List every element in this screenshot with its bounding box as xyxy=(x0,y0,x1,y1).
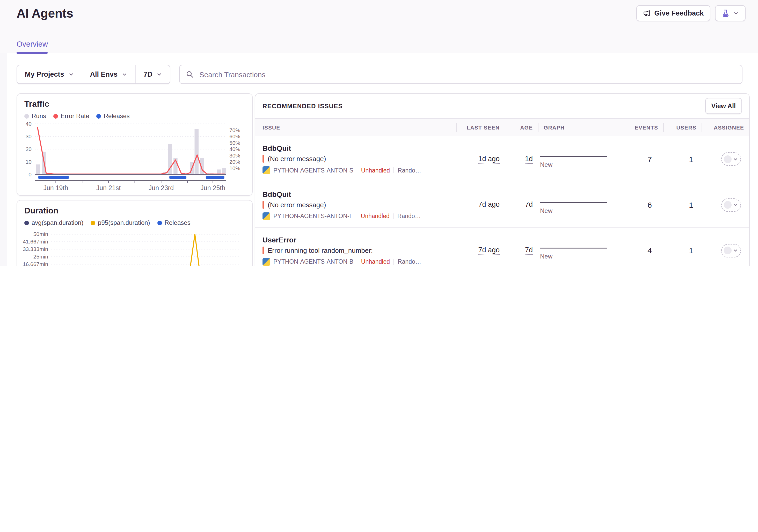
release-bar[interactable] xyxy=(169,176,187,179)
legend-item[interactable]: Releases xyxy=(157,219,190,226)
issue-last-seen: 7d ago xyxy=(456,246,505,255)
x-axis-label: Jun 21st xyxy=(96,184,121,192)
python-project-icon xyxy=(262,212,270,220)
issue-sparkline-new xyxy=(540,241,607,252)
issue-last-seen: 7d ago xyxy=(456,200,505,209)
issue-last-seen: 1d ago xyxy=(456,155,505,163)
y-axis-right-label: 20% xyxy=(229,159,240,165)
issue-row[interactable]: BdbQuit (No error message) PYTHON-AGENTS… xyxy=(255,182,749,228)
issues-rows: BdbQuit (No error message) PYTHON-AGENTS… xyxy=(255,136,749,266)
search-icon xyxy=(186,70,194,78)
traffic-panel: Traffic Runs Error Rate Releases 0102030… xyxy=(17,93,253,196)
col-events: EVENTS xyxy=(620,123,663,132)
releases-swatch xyxy=(96,114,101,118)
lab-menu-button[interactable] xyxy=(715,5,745,21)
issue-title[interactable]: UserError xyxy=(262,235,449,244)
filter-bar: My Projects All Envs 7D xyxy=(17,65,171,84)
traffic-legend: Runs Error Rate Releases xyxy=(17,109,252,120)
chevron-down-icon xyxy=(122,71,127,77)
issue-summary[interactable]: BdbQuit (No error message) PYTHON-AGENTS… xyxy=(255,144,456,174)
issue-graph: New xyxy=(538,150,620,168)
date-range-dropdown[interactable]: 7D xyxy=(135,65,170,84)
python-project-icon xyxy=(262,258,270,266)
give-feedback-label: Give Feedback xyxy=(654,9,704,17)
search-input[interactable] xyxy=(198,70,736,79)
assignee-selector[interactable] xyxy=(721,198,741,212)
python-project-icon xyxy=(262,166,270,174)
chevron-down-icon xyxy=(733,248,738,253)
issue-graph-label: New xyxy=(540,207,620,214)
avatar-placeholder xyxy=(724,247,732,254)
avatar-placeholder xyxy=(724,201,732,209)
avatar-placeholder xyxy=(724,155,732,163)
y-axis-label: 33.333min xyxy=(23,246,48,252)
y-axis-right-label: 10% xyxy=(229,165,240,171)
environments-dropdown[interactable]: All Envs xyxy=(82,65,135,84)
release-bar[interactable] xyxy=(206,176,224,179)
issue-users-count: 1 xyxy=(663,155,702,163)
view-all-button[interactable]: View All xyxy=(705,98,742,114)
issue-message: (No error message) xyxy=(262,201,449,208)
x-axis-label: Jun 25th xyxy=(200,184,225,192)
y-axis-right-label: 40% xyxy=(229,146,240,152)
issue-graph: New xyxy=(538,195,620,214)
tab-overview[interactable]: Overview xyxy=(17,40,48,53)
page-title: AI Agents xyxy=(17,6,73,21)
unhandled-badge: Unhandled xyxy=(361,259,390,265)
legend-item[interactable]: p95(span.duration) xyxy=(90,219,150,226)
issue-sparkline-new xyxy=(540,195,607,206)
issue-graph: New xyxy=(538,241,620,260)
runs-swatch xyxy=(24,114,29,118)
duration-title: Duration xyxy=(17,200,252,216)
issue-meta: PYTHON-AGENTS-ANTON-SUnhandledRando… xyxy=(262,166,449,174)
series-line xyxy=(51,234,240,266)
date-range-dropdown-label: 7D xyxy=(143,70,153,78)
issue-age: 7d xyxy=(505,246,538,255)
issue-title[interactable]: BdbQuit xyxy=(262,190,449,198)
issue-title[interactable]: BdbQuit xyxy=(262,144,449,152)
issue-row[interactable]: UserError Error running tool random_numb… xyxy=(255,228,749,266)
col-users: USERS xyxy=(663,123,702,132)
legend-item[interactable]: avg(span.duration) xyxy=(24,219,83,226)
issue-row[interactable]: BdbQuit (No error message) PYTHON-AGENTS… xyxy=(255,136,749,182)
page-header: AI Agents Give Feedback Overview xyxy=(0,0,758,53)
chevron-down-icon xyxy=(68,71,74,77)
issue-meta: PYTHON-AGENTS-ANTON-FUnhandledRando… xyxy=(262,212,449,220)
left-rail xyxy=(0,53,7,266)
y-axis-label: 41.667min xyxy=(23,238,48,244)
legend-item[interactable]: Error Rate xyxy=(53,112,89,120)
issue-summary[interactable]: BdbQuit (No error message) PYTHON-AGENTS… xyxy=(255,190,456,220)
x-axis-label: Jun 23rd xyxy=(149,184,174,192)
issue-summary[interactable]: UserError Error running tool random_numb… xyxy=(255,235,456,266)
issue-meta: PYTHON-AGENTS-ANTON-BUnhandledRando… xyxy=(262,258,449,266)
project-slug: PYTHON-AGENTS-ANTON-F xyxy=(273,213,353,219)
y-axis-right-label: 30% xyxy=(229,153,240,159)
transaction-name: Rando… xyxy=(397,259,421,265)
col-last-seen: LAST SEEN xyxy=(456,123,505,132)
give-feedback-button[interactable]: Give Feedback xyxy=(636,5,710,21)
projects-dropdown[interactable]: My Projects xyxy=(17,65,82,84)
release-bar[interactable] xyxy=(38,176,69,179)
chevron-down-icon xyxy=(733,157,738,161)
issues-column-header: ISSUE LAST SEEN AGE GRAPH EVENTS USERS A… xyxy=(255,118,749,136)
assignee-selector[interactable] xyxy=(721,152,741,166)
traffic-chart: 01020304010%20%30%40%50%60%70%Jun 19thJu… xyxy=(21,121,244,192)
releases-swatch xyxy=(157,220,162,225)
assignee-selector[interactable] xyxy=(721,244,741,257)
environments-dropdown-label: All Envs xyxy=(90,70,118,78)
project-slug: PYTHON-AGENTS-ANTON-S xyxy=(273,167,353,173)
project-slug: PYTHON-AGENTS-ANTON-B xyxy=(273,259,353,265)
y-axis-right-label: 70% xyxy=(229,127,240,133)
issue-events-count: 6 xyxy=(620,200,663,209)
y-axis-label: 10 xyxy=(26,159,32,165)
issue-events-count: 7 xyxy=(620,155,663,163)
tab-active-underline xyxy=(17,52,48,54)
transaction-name: Rando… xyxy=(397,167,421,173)
legend-item[interactable]: Runs xyxy=(24,112,46,120)
legend-item[interactable]: Releases xyxy=(96,112,130,120)
col-assignee: ASSIGNEE xyxy=(702,123,749,132)
issue-graph-label: New xyxy=(540,253,620,260)
y-axis-label: 0 xyxy=(28,171,32,177)
y-axis-label: 50min xyxy=(33,231,48,237)
y-axis-label: 16.667min xyxy=(23,261,48,266)
